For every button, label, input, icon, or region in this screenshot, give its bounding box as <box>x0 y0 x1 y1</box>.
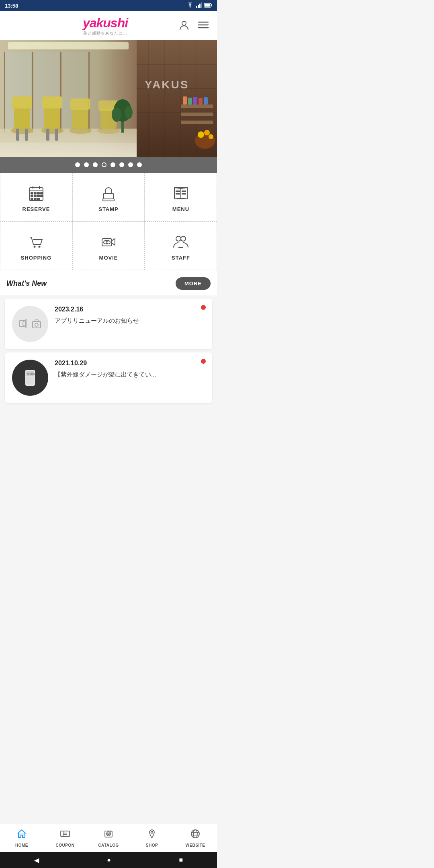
shopping-label: SHOPPING <box>21 255 52 261</box>
svg-rect-72 <box>34 195 36 197</box>
svg-rect-54 <box>183 96 187 104</box>
news-thumbnail-1 <box>12 306 48 342</box>
svg-rect-77 <box>37 198 39 200</box>
grid-menu: RESERVE STAMP <box>0 173 217 270</box>
dot-8[interactable] <box>137 162 142 167</box>
svg-rect-2 <box>199 4 201 8</box>
staff-label: STAFF <box>172 255 190 261</box>
grid-item-reserve[interactable]: RESERVE <box>0 173 72 221</box>
staff-icon <box>172 233 190 251</box>
news-notification-dot-2 <box>201 359 206 364</box>
svg-rect-73 <box>37 195 39 197</box>
status-icons <box>186 2 212 9</box>
wifi-icon <box>186 2 194 9</box>
svg-text:milbon: milbon <box>27 372 37 376</box>
svg-rect-53 <box>181 121 213 124</box>
status-time: 13:58 <box>5 3 18 9</box>
svg-rect-74 <box>41 195 43 197</box>
svg-rect-34 <box>16 129 19 141</box>
svg-rect-69 <box>37 192 39 194</box>
dot-5[interactable] <box>111 162 115 167</box>
thumbnail-icons <box>19 319 41 329</box>
news-content-2: 2021.10.29 【紫外線ダメージが髪に出てきてい... <box>55 360 205 379</box>
svg-rect-33 <box>12 96 32 108</box>
hamburger-menu-icon[interactable] <box>198 20 209 31</box>
hero-banner: YAKUS <box>0 40 217 157</box>
svg-rect-40 <box>55 129 58 141</box>
reserve-icon <box>27 184 45 202</box>
stamp-label: STAMP <box>98 206 119 212</box>
svg-rect-111 <box>26 377 34 385</box>
dot-4-active[interactable] <box>102 162 106 167</box>
stamp-icon <box>100 184 117 202</box>
profile-icon[interactable] <box>178 19 190 32</box>
dot-7[interactable] <box>128 162 133 167</box>
svg-rect-56 <box>193 97 197 104</box>
news-date-2: 2021.10.29 <box>55 360 205 367</box>
dot-6[interactable] <box>119 162 124 167</box>
svg-rect-52 <box>181 113 213 116</box>
svg-rect-105 <box>33 321 41 328</box>
svg-point-97 <box>107 241 110 244</box>
svg-rect-55 <box>188 98 192 104</box>
svg-rect-107 <box>35 320 38 321</box>
svg-rect-38 <box>42 96 62 108</box>
dot-2[interactable] <box>84 162 89 167</box>
news-card-2[interactable]: milbon 2021.10.29 【紫外線ダメージが髪に出てきてい... <box>5 352 212 403</box>
news-date-1: 2023.2.16 <box>55 306 205 313</box>
menu-book-icon <box>172 184 190 202</box>
svg-rect-21 <box>0 143 141 157</box>
status-bar: 13:58 <box>0 0 217 11</box>
grid-item-staff[interactable]: STAFF <box>145 221 217 270</box>
svg-rect-5 <box>205 4 210 6</box>
grid-item-movie[interactable]: MOVIE <box>72 221 145 270</box>
grid-item-stamp[interactable]: STAMP <box>72 173 145 221</box>
svg-point-96 <box>104 241 107 244</box>
dot-3[interactable] <box>93 162 98 167</box>
movie-label: MOVIE <box>99 255 118 261</box>
hero-svg: YAKUS <box>0 40 217 157</box>
svg-rect-79 <box>103 199 114 201</box>
dot-1[interactable] <box>75 162 80 167</box>
app-header: yakushi 美と感動をあなたに… <box>0 11 217 40</box>
svg-point-101 <box>181 236 186 241</box>
svg-rect-67 <box>31 192 33 194</box>
svg-rect-13 <box>4 52 5 133</box>
svg-rect-75 <box>31 198 33 200</box>
svg-rect-39 <box>46 129 49 141</box>
svg-point-7 <box>182 21 186 25</box>
movie-icon <box>100 233 117 251</box>
grid-item-shopping[interactable]: SHOPPING <box>0 221 72 270</box>
svg-rect-14 <box>32 52 33 133</box>
svg-rect-76 <box>34 198 36 200</box>
whats-new-section: What's New MORE <box>0 270 217 295</box>
logo-text: yakushi <box>83 16 128 31</box>
svg-point-49 <box>112 107 121 122</box>
svg-rect-78 <box>104 193 113 199</box>
svg-rect-1 <box>198 5 199 8</box>
svg-point-106 <box>35 323 38 326</box>
logo: yakushi 美と感動をあなたに… <box>83 16 128 36</box>
svg-rect-58 <box>204 97 208 104</box>
svg-rect-57 <box>199 98 203 104</box>
news-text-1: アプリリニューアルのお知らせ <box>55 316 205 326</box>
svg-point-93 <box>34 246 36 248</box>
svg-rect-43 <box>70 98 90 110</box>
menu-label: MENU <box>172 206 189 212</box>
svg-rect-71 <box>31 195 33 197</box>
product-thumbnail-svg: milbon <box>22 368 38 388</box>
more-button[interactable]: MORE <box>176 277 211 290</box>
svg-rect-42 <box>72 106 88 129</box>
whats-new-title: What's New <box>6 279 47 288</box>
svg-point-100 <box>176 236 181 241</box>
shopping-icon <box>27 233 45 251</box>
grid-item-menu[interactable]: MENU <box>145 173 217 221</box>
svg-rect-70 <box>41 192 43 194</box>
header-actions <box>178 19 209 32</box>
news-card-1[interactable]: 2023.2.16 アプリリニューアルのお知らせ <box>5 299 212 349</box>
svg-point-62 <box>209 134 213 139</box>
svg-rect-3 <box>201 2 202 8</box>
svg-rect-35 <box>25 129 28 141</box>
news-notification-dot-1 <box>201 305 206 310</box>
news-text-2: 【紫外線ダメージが髪に出てきてい... <box>55 370 205 379</box>
